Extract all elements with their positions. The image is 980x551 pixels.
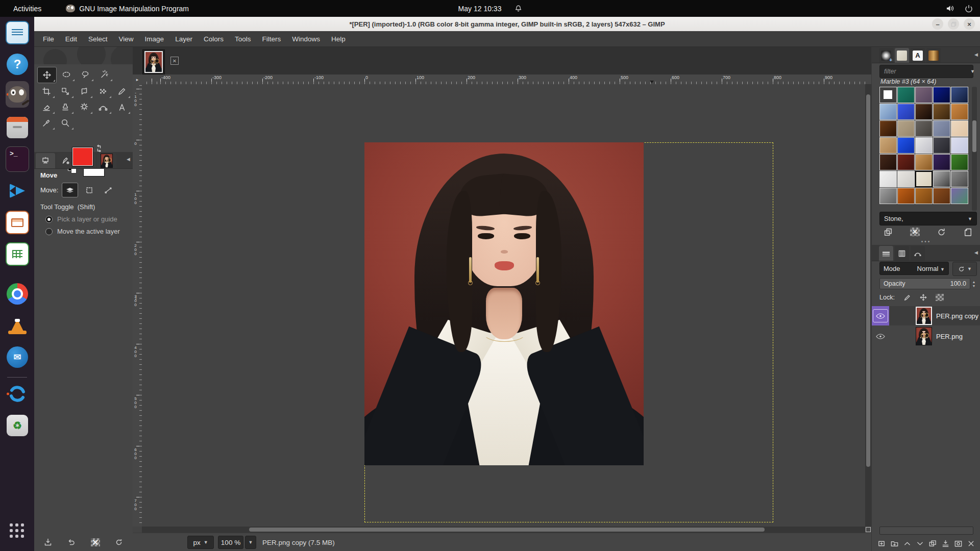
restore-tool-preset-icon[interactable]	[67, 538, 76, 547]
move-active-layer-radio[interactable]	[45, 228, 53, 235]
pattern-cell[interactable]	[879, 171, 897, 187]
pattern-cell[interactable]	[915, 87, 933, 103]
tool-options-tab[interactable]	[36, 153, 55, 168]
pattern-cell[interactable]	[933, 120, 950, 137]
files-icon[interactable]	[6, 116, 29, 139]
open-pattern-icon[interactable]	[963, 228, 973, 237]
pattern-cell[interactable]	[879, 120, 897, 137]
libreoffice-writer-icon[interactable]	[6, 21, 29, 44]
menu-help[interactable]: Help	[326, 32, 351, 46]
layer-name[interactable]: PER.png copy	[936, 312, 978, 320]
menu-layer[interactable]: Layer	[169, 32, 198, 46]
layer-visibility-cell[interactable]	[872, 306, 889, 325]
menu-view[interactable]: View	[113, 32, 139, 46]
merge-layer-icon[interactable]	[940, 538, 951, 549]
pattern-cell[interactable]	[951, 171, 968, 187]
brushes-tab[interactable]: +	[879, 48, 893, 63]
libreoffice-calc-icon[interactable]	[6, 242, 29, 266]
zoom-tool-button[interactable]	[56, 115, 75, 131]
pattern-filter-field[interactable]: ▼	[879, 65, 973, 78]
lower-layer-icon[interactable]	[914, 538, 925, 549]
activities-button[interactable]: Activities	[9, 4, 45, 14]
power-icon[interactable]	[965, 5, 973, 13]
pattern-cell[interactable]	[951, 154, 968, 170]
gradients-tab[interactable]	[926, 48, 941, 63]
help-icon[interactable]: ?	[6, 53, 29, 76]
pattern-cell[interactable]	[879, 188, 897, 204]
terminal-icon[interactable]: >_	[6, 147, 29, 171]
thunderbird-icon[interactable]	[6, 345, 29, 369]
pattern-grid-scrollbar[interactable]	[972, 87, 977, 211]
pattern-cell[interactable]	[879, 87, 897, 103]
vertical-ruler[interactable]: -1000100200300400500600700	[133, 84, 142, 527]
pattern-cell[interactable]	[951, 120, 968, 137]
delete-pattern-icon[interactable]: ✕	[910, 228, 920, 236]
layer-mode-select[interactable]: Mode Normal ▼	[879, 262, 949, 275]
menu-edit[interactable]: Edit	[60, 32, 83, 46]
opacity-slider[interactable]: Opacity 100.0	[879, 278, 970, 289]
chrome-icon[interactable]	[6, 282, 29, 306]
pattern-cell[interactable]	[897, 87, 915, 103]
focused-app-indicator[interactable]: GNU Image Manipulation Program	[66, 5, 189, 13]
dodge-burn-tool-button[interactable]	[75, 99, 93, 115]
vlc-icon[interactable]	[6, 314, 29, 337]
navigation-preview-icon[interactable]	[865, 527, 871, 533]
eraser-tool-button[interactable]	[37, 99, 56, 115]
collapse-dock-icon[interactable]: ◀	[974, 250, 978, 255]
pattern-cell[interactable]	[915, 137, 933, 154]
pattern-tag-select[interactable]: Stone, ▼	[879, 212, 977, 226]
unified-transform-tool-button[interactable]	[56, 84, 75, 99]
crop-tool-button[interactable]	[37, 84, 56, 99]
pattern-cell[interactable]	[951, 137, 968, 154]
software-updater-icon[interactable]	[6, 382, 29, 406]
fonts-tab[interactable]: A	[911, 48, 925, 63]
layers-tab[interactable]	[879, 246, 893, 261]
pattern-cell[interactable]	[897, 154, 915, 170]
menu-colors[interactable]: Colors	[198, 32, 229, 46]
canvas-viewport[interactable]	[142, 84, 865, 527]
collapse-dock-icon[interactable]: ◀	[127, 157, 130, 162]
channels-tab[interactable]	[895, 246, 909, 261]
pattern-cell[interactable]	[933, 171, 950, 187]
pick-layer-radio-row[interactable]: Pick a layer or guide	[45, 215, 117, 223]
zoom-value-field[interactable]: 100 %	[218, 536, 243, 549]
pattern-cell[interactable]	[897, 137, 915, 154]
canvas-image[interactable]	[364, 142, 644, 465]
lock-position-icon[interactable]	[919, 293, 927, 302]
paintbrush-tool-button[interactable]	[113, 84, 131, 99]
clone-tool-button[interactable]	[56, 99, 75, 115]
layer-row[interactable]: PER.png	[872, 327, 980, 346]
unit-select[interactable]: px▼	[187, 536, 214, 549]
close-icon[interactable]: ×	[964, 18, 975, 30]
restore-icon[interactable]	[948, 18, 959, 30]
layer-row-active[interactable]: PER.png copy	[872, 306, 980, 325]
layer-name[interactable]: PER.png	[936, 333, 963, 340]
pattern-filter-input[interactable]	[880, 68, 970, 75]
gimp-icon[interactable]	[6, 83, 29, 106]
patterns-tab[interactable]	[895, 48, 909, 63]
fuzzy-select-tool-button[interactable]	[95, 67, 113, 82]
pattern-cell[interactable]	[897, 188, 915, 204]
lock-pixels-icon[interactable]	[903, 293, 911, 302]
pattern-cell[interactable]	[933, 104, 950, 120]
text-tool-button[interactable]	[113, 99, 131, 115]
menu-image[interactable]: Image	[139, 32, 170, 46]
pattern-cell[interactable]	[915, 120, 933, 137]
pattern-cell[interactable]	[933, 188, 950, 204]
pattern-cell[interactable]	[933, 137, 950, 154]
image-tab[interactable]	[97, 153, 116, 168]
minimize-icon[interactable]: –	[932, 18, 943, 30]
delete-tool-preset-icon[interactable]: ✕	[91, 538, 100, 546]
pattern-cell[interactable]	[951, 104, 968, 120]
pattern-cell[interactable]	[915, 104, 933, 120]
horizontal-ruler[interactable]: -400-300-200-100010020030040050060070080…	[142, 74, 865, 85]
trash-icon[interactable]: ♻	[6, 414, 29, 437]
collapse-dock-icon[interactable]: ◀	[974, 52, 978, 57]
opacity-spinner[interactable]: ▲▼	[971, 278, 977, 290]
pattern-cell[interactable]	[933, 154, 950, 170]
clock[interactable]: May 12 10:33	[458, 5, 502, 13]
move-selection-mode-button[interactable]	[82, 183, 97, 197]
pattern-cell[interactable]	[915, 171, 933, 187]
layer-visibility-cell[interactable]	[872, 327, 889, 346]
panel-splitter-handle[interactable]: •••	[133, 295, 138, 299]
